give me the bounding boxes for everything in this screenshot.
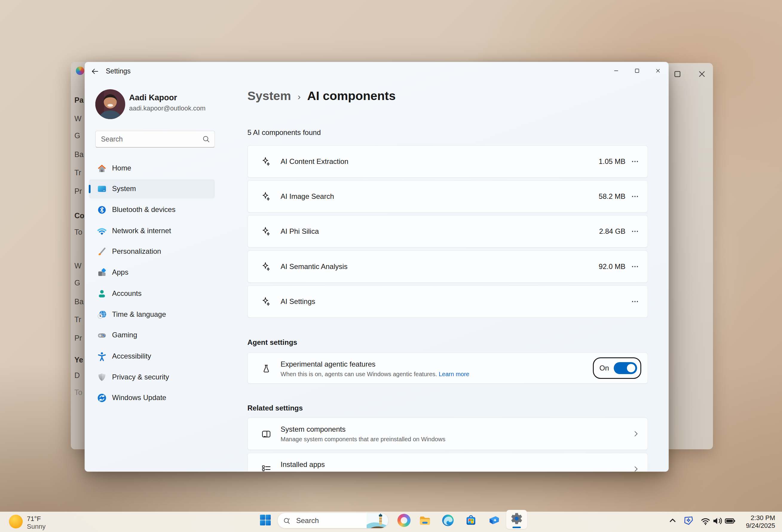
accessibility-icon [97,351,107,362]
component-name: AI Content Extraction [281,157,348,166]
copilot-icon-center [401,517,407,524]
back-button[interactable] [90,66,100,77]
more-options-button[interactable] [629,296,641,307]
file-explorer-button[interactable] [418,514,431,527]
chevron-right-icon [632,465,640,472]
settings-taskbar-button[interactable] [506,510,527,529]
more-options-button[interactable] [629,190,641,202]
bg-text-fragment: Pa [74,96,84,105]
system-components-link[interactable]: System components Manage system componen… [247,418,648,450]
bg-text-fragment: Tr [74,315,81,324]
battery-tray-icon [724,515,736,527]
component-size: 1.05 MB [599,157,626,166]
bg-text-fragment: W [74,114,81,123]
breadcrumb-parent[interactable]: System [247,89,291,103]
bg-text-fragment: To [74,228,82,236]
setting-title: Experimental agentic features [281,360,376,369]
more-options-button[interactable] [629,261,641,273]
sidebar-item-personalization[interactable]: Personalization [89,242,215,261]
sidebar-item-privacy-security[interactable]: Privacy & security [89,368,215,387]
component-size: 58.2 MB [599,192,626,201]
sidebar-item-label: Personalization [112,247,161,256]
component-row[interactable]: AI Semantic Analysis 92.0 MB [247,251,648,283]
system-components-icon [261,429,271,439]
sidebar-item-accessibility[interactable]: Accessibility [89,347,215,366]
setting-description: When this is on, agents can use Windows … [281,371,469,378]
taskbar: 71°F Sunny [0,512,782,532]
titlebar: Settings [85,62,669,81]
avatar[interactable] [95,89,125,119]
sidebar-item-bluetooth-devices[interactable]: Bluetooth & devices [89,200,215,220]
bluetooth-icon [97,204,107,215]
sidebar-item-accounts[interactable]: Accounts [89,284,215,303]
component-row[interactable]: AI Content Extraction 1.05 MB [247,145,648,178]
bg-text-fragment: W [74,262,81,270]
minimize-button[interactable] [606,62,627,79]
component-name: AI Phi Silica [281,227,319,235]
weather-temperature: 71°F [27,515,41,523]
settings-window: Settings [84,62,669,472]
toggle-state-label: On [599,364,609,372]
taskbar-search[interactable]: Search [277,512,388,528]
apps-icon [97,267,107,278]
sidebar-item-label: Bluetooth & devices [112,205,175,214]
toggle-knob [627,364,635,372]
ai-sparkle-icon [261,262,271,272]
component-row[interactable]: AI Settings [247,286,648,318]
more-options-button[interactable] [629,225,641,237]
agent-tray-icon[interactable] [682,515,695,527]
sparkle-app-button[interactable] [488,514,501,527]
update-icon [97,392,107,403]
sidebar-item-label: Windows Update [112,393,166,402]
installed-apps-icon [261,464,271,472]
quick-settings-button[interactable] [698,514,738,528]
related-settings-header: Related settings [247,404,303,412]
search-input[interactable] [101,132,200,146]
agentic-features-toggle[interactable] [614,362,637,374]
edge-button[interactable] [441,514,455,527]
learn-more-link[interactable]: Learn more [439,371,469,377]
person-icon [97,289,107,299]
paintbrush-icon [97,246,107,257]
window-title: Settings [106,67,131,75]
bg-close-button[interactable] [698,70,706,78]
maximize-button[interactable] [627,62,647,79]
profile-email: aadi.kapoor@outlook.com [129,105,206,112]
breadcrumb-separator: › [297,90,300,102]
weather-widget[interactable]: 71°F Sunny [5,512,74,531]
sidebar-item-label: Privacy & security [112,373,169,381]
tray-chevron-up-button[interactable] [667,515,678,526]
shield-icon [97,372,107,383]
sidebar-item-windows-update[interactable]: Windows Update [89,388,215,408]
sidebar-item-time-language[interactable]: Time & language [89,305,215,324]
ai-sparkle-icon [261,156,271,166]
sidebar-item-system[interactable]: System [89,180,215,198]
store-button[interactable] [464,514,477,527]
sidebar-item-apps[interactable]: Apps [89,263,215,282]
volume-tray-icon [712,515,723,527]
close-button[interactable] [647,62,669,79]
gamepad-icon [97,330,107,341]
bg-maximize-button[interactable] [673,70,682,78]
clock-date: 9/24/2025 [738,522,775,530]
clock[interactable]: 2:30 PM 9/24/2025 [738,514,775,529]
sidebar-item-network-internet[interactable]: Network & internet [89,222,215,241]
installed-apps-link[interactable]: Installed apps Uninstall and manage apps… [247,453,648,472]
agent-settings-header: Agent settings [247,338,297,347]
bg-text-fragment: G [74,131,80,140]
more-options-button[interactable] [629,156,641,167]
wifi-tray-icon [700,515,711,527]
toggle-focus-ring: On [593,357,641,379]
component-row[interactable]: AI Phi Silica 2.84 GB [247,215,648,248]
component-size: 92.0 MB [599,262,626,271]
sidebar-item-label: Home [112,164,131,172]
sidebar-item-gaming[interactable]: Gaming [89,326,215,345]
setting-title: System components [281,425,346,433]
bg-text-fragment: To [74,388,82,397]
sidebar-item-home[interactable]: Home [89,159,215,178]
copilot-button[interactable] [397,514,411,527]
start-button[interactable] [258,513,273,527]
component-row[interactable]: AI Image Search 58.2 MB [247,180,648,213]
bg-text-fragment: Ye [74,355,83,364]
sidebar-item-label: Time & language [112,310,166,318]
